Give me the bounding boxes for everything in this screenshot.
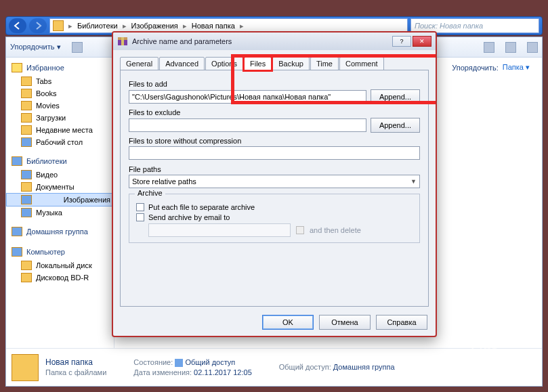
checkbox-email[interactable]: Send archive by email to [136,213,413,221]
view-icon[interactable] [484,42,494,53]
music-icon [21,208,32,217]
help-dialog-button[interactable]: Справка [376,315,427,330]
forward-button[interactable] [29,18,47,33]
tab-comment[interactable]: Comment [339,57,384,70]
ok-button[interactable]: OK [262,315,314,330]
folder-icon [21,89,32,98]
help-icon[interactable] [527,42,538,53]
star-icon [12,63,22,72]
favorites-section[interactable]: Избранное [6,60,114,75]
help-button[interactable]: ? [392,36,411,47]
status-bar: Новая папка Папка с файлами Состояние: О… [6,348,542,386]
tree-item[interactable]: Загрузки [6,112,114,124]
chevron-down-icon: ▼ [410,178,417,185]
homegroup-icon [12,227,22,236]
email-input [148,223,291,237]
status-type: Папка с файлами [45,368,106,378]
preview-icon[interactable] [505,42,516,53]
then-delete-label: and then delete [310,226,361,234]
winrar-icon [117,37,128,46]
file-paths-select[interactable]: Store relative paths▼ [129,175,420,188]
tree-item[interactable]: Видео [6,169,114,181]
tree-item[interactable]: Музыка [6,206,114,219]
files-to-exclude-input[interactable] [129,118,366,132]
computer-section[interactable]: Компьютер [6,244,114,259]
tab-time[interactable]: Time [310,57,339,70]
folder-icon [21,125,32,135]
drive-icon [21,261,32,270]
share-icon [175,359,183,367]
dialog-titlebar[interactable]: Archive name and parameters ? ✕ [113,32,436,50]
tree-item[interactable]: Books [6,87,114,100]
toolbar-icon[interactable] [72,42,83,53]
files-nocompress-label: Files to store without compression [129,137,420,145]
dialog-footer: OK Отмена Справка [113,309,436,336]
checkbox-separate[interactable]: Put each file to separate archive [136,203,413,211]
tree-item[interactable]: Документы [6,181,114,193]
files-nocompress-input[interactable] [129,146,420,160]
documents-icon [21,182,32,192]
archive-dialog: Archive name and parameters ? ✕ General … [112,31,437,337]
dialog-title: Archive name and parameters [132,37,232,45]
tab-advanced[interactable]: Advanced [159,57,205,70]
optical-drive-icon [21,273,32,282]
files-to-add-label: Files to add [129,80,420,88]
svg-rect-2 [121,37,124,45]
tab-general[interactable]: General [120,57,159,70]
desktop-icon [21,137,32,147]
sort-dropdown[interactable]: Папка ▾ [503,63,530,72]
append-exclude-button[interactable]: Append... [371,118,420,133]
checkbox-icon [296,226,304,234]
tree-item[interactable]: Недавние места [6,124,114,136]
tree-item[interactable]: Локальный диск [6,259,114,271]
archive-group: Archive Put each file to separate archiv… [129,194,420,243]
folder-icon [21,101,32,110]
computer-icon [12,247,22,257]
arrow-right-icon [33,21,43,30]
checkbox-icon [136,213,144,221]
cancel-button[interactable]: Отмена [319,315,371,330]
video-icon [21,170,32,179]
breadcrumb[interactable]: Изображения [131,22,178,30]
tab-panel-files: Files to add "C:\Users\Gagushonok\Pictur… [120,70,429,307]
library-icon [12,156,22,166]
folder-icon [21,113,32,123]
append-button[interactable]: Append... [371,89,420,104]
status-name: Новая папка [45,357,106,368]
tab-files[interactable]: Files [244,57,272,70]
sort-label: Упорядочить: [452,64,499,72]
pictures-icon [21,195,32,204]
libraries-section[interactable]: Библиотеки [6,154,114,169]
tree-item[interactable]: Tabs [6,75,114,87]
selection-thumbnail [12,354,39,381]
file-paths-label: File paths [129,165,420,173]
tab-options[interactable]: Options [205,57,243,70]
tree-item[interactable]: Movies [6,100,114,112]
arrow-left-icon [13,21,22,30]
homegroup-section[interactable]: Домашняя группа [6,224,114,239]
folder-icon [21,77,32,86]
files-to-exclude-label: Files to exclude [129,108,420,116]
tree-item[interactable]: Рабочий стол [6,136,114,148]
organize-button[interactable]: Упорядочить ▾ [10,43,61,51]
close-button[interactable]: ✕ [413,36,431,47]
tree-item-selected[interactable]: Изображения [6,193,114,206]
checkbox-icon [136,203,144,211]
dialog-tabs: General Advanced Options Files Backup Ti… [120,57,429,70]
breadcrumb[interactable]: Новая папка [192,22,235,30]
breadcrumb[interactable]: Библиотеки [77,22,118,30]
folder-icon [53,20,64,31]
tree-item[interactable]: Дисковод BD-R [6,271,114,284]
files-to-add-input[interactable]: "C:\Users\Gagushonok\Pictures\Новая папк… [129,90,366,104]
nav-tree: Избранное Tabs Books Movies Загрузки Нед… [6,58,114,348]
tab-backup[interactable]: Backup [272,57,310,70]
back-button[interactable] [9,18,26,33]
